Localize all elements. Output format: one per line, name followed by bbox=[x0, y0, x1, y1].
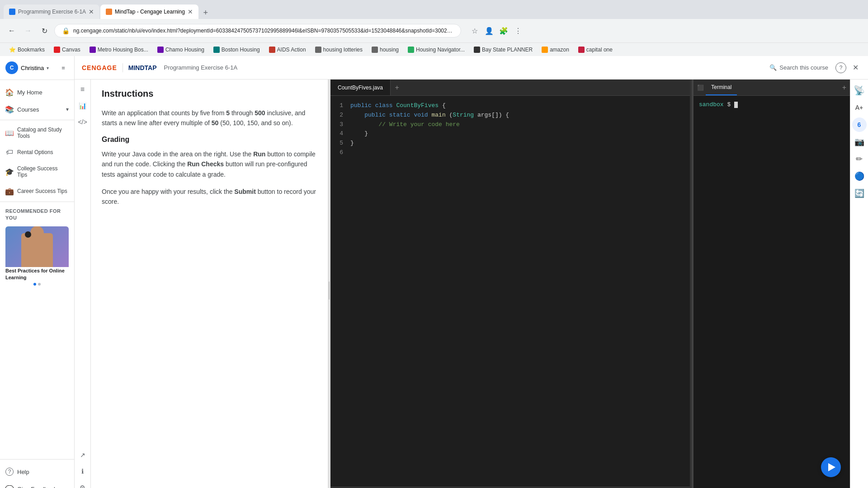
line-number-2: 2 bbox=[334, 111, 343, 120]
header-search[interactable]: 🔍 Search this course bbox=[769, 64, 828, 71]
bookmark-bookmarks[interactable]: ⭐ Bookmarks bbox=[5, 46, 48, 54]
tab2-close[interactable]: ✕ bbox=[188, 8, 193, 15]
instructions-panel: ≡ 📊 </> ↗ ℹ ⚙ Instructions Write an appl… bbox=[75, 80, 328, 488]
browser-tab-2[interactable]: MindTap - Cengage Learning ✕ bbox=[100, 5, 198, 19]
grading-paragraph-2: Once you are happy with your results, cl… bbox=[102, 187, 317, 207]
sidebar-item-courses[interactable]: 📚 Courses ▾ bbox=[0, 101, 74, 118]
recommended-section: RECOMMENDED FOR YOU bbox=[0, 204, 74, 223]
hamburger-icon[interactable]: ≡ bbox=[76, 83, 89, 96]
line-number-6: 6 bbox=[334, 148, 343, 158]
profile-icon[interactable]: 👤 bbox=[483, 24, 495, 37]
user-info[interactable]: C Christina ▾ bbox=[5, 61, 49, 74]
bookmark-housing-lotteries[interactable]: housing lotteries bbox=[311, 46, 366, 54]
info-icon[interactable]: ℹ bbox=[76, 465, 89, 478]
code-icon[interactable]: </> bbox=[76, 116, 89, 128]
sidebar-item-label: Catalog and Study Tools bbox=[17, 127, 69, 139]
aids-favicon bbox=[269, 47, 275, 53]
bookmark-chamo-housing[interactable]: Chamo Housing bbox=[154, 46, 208, 54]
terminal-content[interactable]: sandbox $ bbox=[693, 96, 850, 488]
code-line-3: // Write your code here bbox=[350, 120, 686, 130]
bookmark-bay-state[interactable]: Bay State PLANNER bbox=[470, 46, 536, 54]
circle-icon[interactable]: 🔵 bbox=[852, 169, 867, 183]
refresh-button[interactable]: ↻ bbox=[38, 24, 51, 37]
content-area: ≡ 📊 </> ↗ ℹ ⚙ Instructions Write an appl… bbox=[75, 80, 868, 488]
sidebar-item-help[interactable]: ? Help bbox=[0, 463, 74, 480]
catalog-icon: 📖 bbox=[5, 129, 14, 137]
sidebar-item-label: Rental Options bbox=[17, 149, 53, 155]
line-numbers: 1 2 3 4 5 6 bbox=[330, 96, 347, 487]
help-button[interactable]: ? bbox=[835, 62, 846, 73]
pencil-icon[interactable]: ✏ bbox=[852, 152, 867, 166]
close-button[interactable]: ✕ bbox=[850, 62, 861, 73]
sidebar-item-catalog[interactable]: 📖 Catalog and Study Tools bbox=[0, 122, 74, 144]
forward-button[interactable]: → bbox=[22, 24, 34, 37]
new-tab-button[interactable]: + bbox=[199, 6, 212, 19]
sidebar-item-college-success[interactable]: 🎓 College Success Tips bbox=[0, 161, 74, 183]
line-number-4: 4 bbox=[334, 129, 343, 139]
star-icon: ⭐ bbox=[9, 47, 16, 53]
extensions-icon[interactable]: 🧩 bbox=[497, 24, 510, 37]
settings-icon[interactable]: ⚙ bbox=[76, 481, 89, 488]
sidebar-item-label: Help bbox=[17, 469, 29, 475]
bookmark-boston-housing[interactable]: Boston Housing bbox=[210, 46, 264, 54]
lotteries-favicon bbox=[315, 47, 321, 53]
vertical-splitter[interactable] bbox=[328, 80, 330, 488]
chart-icon[interactable]: 📊 bbox=[76, 99, 89, 112]
terminal-tab-active[interactable]: Terminal bbox=[706, 80, 737, 95]
share-icon[interactable]: ↗ bbox=[76, 449, 89, 461]
code-line-5: } bbox=[350, 139, 686, 148]
camera-icon[interactable]: 📷 bbox=[852, 135, 867, 149]
code-line-4: } bbox=[350, 129, 686, 139]
back-button[interactable]: ← bbox=[5, 24, 18, 37]
terminal-tab-icon: ⬛ bbox=[697, 84, 704, 91]
browser-toolbar-icons: ☆ 👤 🧩 ⋮ bbox=[468, 24, 524, 37]
sidebar-item-my-home[interactable]: 🏠 My Home bbox=[0, 84, 74, 101]
bookmark-housing-navigator[interactable]: Housing Navigator... bbox=[404, 46, 468, 54]
sidebar-collapse-button[interactable]: ≡ bbox=[58, 62, 69, 73]
breadcrumb: Programming Exercise 6-1A bbox=[164, 64, 238, 71]
bookmark-aids-action[interactable]: AIDS Action bbox=[265, 46, 310, 54]
baystate-favicon bbox=[474, 47, 480, 53]
capital-favicon bbox=[578, 47, 585, 53]
rss-icon[interactable]: 📡 bbox=[852, 83, 867, 98]
editor-tabs: CountByFives.java + bbox=[330, 80, 690, 96]
course-card[interactable]: Best Practices for Online Learning bbox=[5, 226, 69, 287]
browser-tab-1[interactable]: Programming Exercise 6-1A ✕ bbox=[4, 5, 99, 19]
terminal-tabs: ⬛ Terminal + bbox=[693, 80, 850, 96]
play-button[interactable] bbox=[821, 457, 841, 477]
sidebar: C Christina ▾ ≡ 🏠 My Home 📚 Courses ▾ 📖 … bbox=[0, 56, 75, 488]
cengage-text: CENGAGE bbox=[82, 64, 117, 71]
add-editor-tab-button[interactable]: + bbox=[391, 81, 403, 94]
main-content: CENGAGE MINDTAP Programming Exercise 6-1… bbox=[75, 56, 868, 488]
recommended-label: RECOMMENDED FOR YOU bbox=[5, 208, 61, 221]
metro-favicon bbox=[90, 47, 96, 53]
instructions-content: Instructions Write an application that c… bbox=[91, 80, 328, 488]
courses-chevron-icon: ▾ bbox=[66, 106, 69, 113]
tab1-close[interactable]: ✕ bbox=[89, 8, 94, 15]
bookmark-canvas[interactable]: Canvas bbox=[50, 46, 84, 54]
panel-bottom-icons: ↗ ℹ ⚙ bbox=[76, 445, 89, 488]
instruction-paragraph-1: Write an application that counts by five… bbox=[102, 108, 317, 128]
bookmarks-bar: ⭐ Bookmarks Canvas Metro Housing Bos... … bbox=[0, 42, 868, 56]
career-icon: 💼 bbox=[5, 187, 14, 195]
six-icon[interactable]: 6 bbox=[852, 117, 867, 132]
line-number-1: 1 bbox=[334, 101, 343, 111]
code-content[interactable]: public class CountByFives { public stati… bbox=[347, 96, 690, 487]
sidebar-item-rental[interactable]: 🏷 Rental Options bbox=[0, 144, 74, 161]
bookmark-capital-one[interactable]: capital one bbox=[575, 46, 616, 54]
editor-tab-countbyfives[interactable]: CountByFives.java bbox=[330, 80, 391, 95]
add-terminal-tab-button[interactable]: + bbox=[842, 84, 846, 92]
bookmark-amazon[interactable]: amazon bbox=[538, 46, 573, 54]
a-plus-icon[interactable]: A+ bbox=[852, 100, 867, 115]
sidebar-item-career-success[interactable]: 💼 Career Success Tips bbox=[0, 183, 74, 200]
address-bar[interactable]: 🔒 ng.cengage.com/static/nb/ui/evo/index.… bbox=[54, 24, 461, 38]
sidebar-item-feedback[interactable]: 💬 Give Feedback bbox=[0, 480, 74, 488]
sync-icon[interactable]: 🔄 bbox=[852, 186, 867, 201]
panel-sidebar: ≡ 📊 </> ↗ ℹ ⚙ bbox=[75, 80, 91, 488]
bookmark-star-icon[interactable]: ☆ bbox=[468, 24, 481, 37]
bookmark-metro-housing[interactable]: Metro Housing Bos... bbox=[86, 46, 152, 54]
editor-body: 1 2 3 4 5 6 public class CountByFives { … bbox=[330, 96, 690, 487]
more-options-icon[interactable]: ⋮ bbox=[512, 24, 524, 37]
bookmark-housing[interactable]: housing bbox=[368, 46, 402, 54]
editor-tab-label: CountByFives.java bbox=[338, 84, 383, 91]
